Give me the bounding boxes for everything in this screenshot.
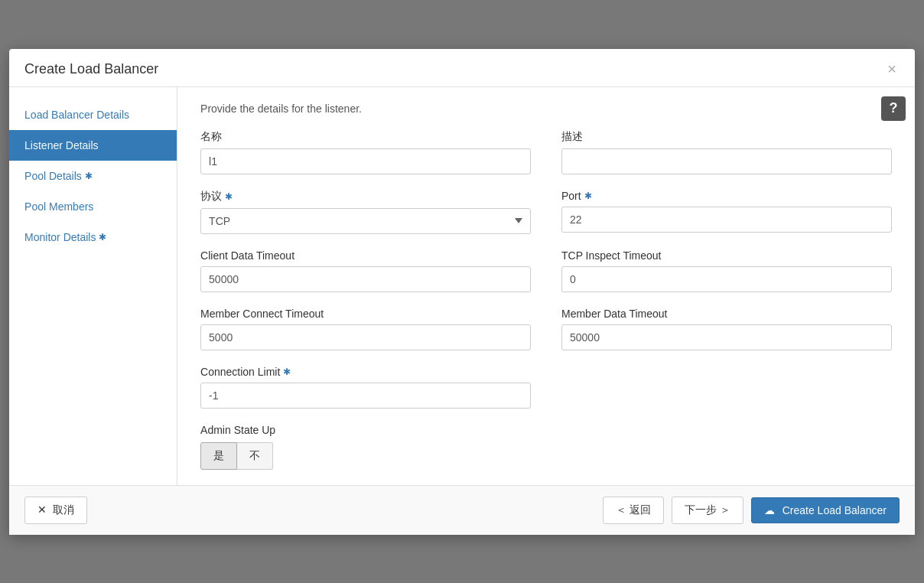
protocol-required-star: ✱ <box>225 191 233 202</box>
member-data-timeout-label: Member Data Timeout <box>561 308 892 320</box>
tcp-inspect-timeout-input[interactable] <box>561 266 892 292</box>
sidebar-item-pool-details[interactable]: Pool Details ✱ <box>9 161 177 191</box>
client-data-timeout-group: Client Data Timeout <box>200 249 531 292</box>
help-button[interactable]: ? <box>881 96 906 121</box>
sidebar: Load Balancer Details Listener Details P… <box>9 87 177 485</box>
empty-cell <box>561 366 892 409</box>
form-grid: 名称 描述 协议 ✱ TC <box>200 130 892 470</box>
member-connect-timeout-label: Member Connect Timeout <box>200 308 531 320</box>
modal-overlay: Create Load Balancer × Load Balancer Det… <box>0 0 924 583</box>
protocol-label: 协议 ✱ <box>200 190 531 204</box>
create-load-balancer-button[interactable]: ☁ Create Load Balancer <box>751 497 900 523</box>
name-input[interactable] <box>200 148 531 174</box>
modal-footer: ✕ 取消 ＜ 返回 下一步 ＞ ☁ Create Load Balancer <box>9 485 915 535</box>
client-data-timeout-input[interactable] <box>200 266 531 292</box>
monitor-details-required-star: ✱ <box>99 232 106 243</box>
footer-right: ＜ 返回 下一步 ＞ ☁ Create Load Balancer <box>603 497 900 524</box>
description-input[interactable] <box>561 148 892 174</box>
sidebar-item-label: Load Balancer Details <box>24 109 129 121</box>
create-load-balancer-modal: Create Load Balancer × Load Balancer Det… <box>9 49 915 535</box>
protocol-field-group: 协议 ✱ TCP HTTP HTTPS TERMINATED_HTTPS <box>200 190 531 234</box>
member-data-timeout-input[interactable] <box>561 324 892 350</box>
protocol-select[interactable]: TCP HTTP HTTPS TERMINATED_HTTPS <box>200 208 531 234</box>
connection-limit-input[interactable] <box>200 383 531 409</box>
description-label: 描述 <box>561 130 892 144</box>
sidebar-item-load-balancer-details[interactable]: Load Balancer Details <box>9 99 177 130</box>
cancel-button[interactable]: ✕ 取消 <box>24 497 87 524</box>
admin-state-no-button[interactable]: 不 <box>237 442 273 470</box>
member-connect-timeout-input[interactable] <box>200 324 531 350</box>
member-data-timeout-group: Member Data Timeout <box>561 308 892 350</box>
cancel-icon: ✕ <box>37 503 47 516</box>
sidebar-item-pool-members[interactable]: Pool Members <box>9 191 177 222</box>
modal-body: Load Balancer Details Listener Details P… <box>9 87 915 485</box>
sidebar-item-label: Pool Members <box>24 200 93 213</box>
sidebar-item-label: Pool Details <box>24 170 82 182</box>
intro-text: Provide the details for the listener. <box>200 103 892 115</box>
name-label: 名称 <box>200 130 531 144</box>
sidebar-item-listener-details[interactable]: Listener Details <box>9 130 177 161</box>
port-required-star: ✱ <box>584 191 592 201</box>
connection-limit-required-star: ✱ <box>283 366 291 377</box>
sidebar-item-label: Listener Details <box>24 139 99 151</box>
tcp-inspect-timeout-label: TCP Inspect Timeout <box>561 249 892 262</box>
modal-header: Create Load Balancer × <box>9 49 915 87</box>
content-area: ? Provide the details for the listener. … <box>177 87 915 485</box>
description-field-group: 描述 <box>561 130 892 174</box>
pool-details-required-star: ✱ <box>85 171 93 181</box>
close-button[interactable]: × <box>884 61 900 77</box>
port-input[interactable] <box>561 207 892 233</box>
next-button[interactable]: 下一步 ＞ <box>672 497 743 524</box>
sidebar-item-monitor-details[interactable]: Monitor Details ✱ <box>9 222 177 252</box>
modal-title: Create Load Balancer <box>24 61 158 77</box>
client-data-timeout-label: Client Data Timeout <box>200 249 531 262</box>
admin-state-toggle-group: 是 不 <box>200 442 892 470</box>
port-label: Port ✱ <box>561 190 892 202</box>
sidebar-item-label: Monitor Details <box>24 231 96 243</box>
connection-limit-label: Connection Limit ✱ <box>200 366 531 378</box>
connection-limit-group: Connection Limit ✱ <box>200 366 531 409</box>
cloud-upload-icon: ☁ <box>764 504 775 516</box>
name-field-group: 名称 <box>200 130 531 174</box>
admin-state-up-label: Admin State Up <box>200 424 892 436</box>
footer-left: ✕ 取消 <box>24 497 87 524</box>
tcp-inspect-timeout-group: TCP Inspect Timeout <box>561 249 892 292</box>
back-button[interactable]: ＜ 返回 <box>603 497 664 524</box>
admin-state-yes-button[interactable]: 是 <box>200 442 237 470</box>
admin-state-up-group: Admin State Up 是 不 <box>200 424 892 470</box>
port-field-group: Port ✱ <box>561 190 892 234</box>
member-connect-timeout-group: Member Connect Timeout <box>200 308 531 350</box>
